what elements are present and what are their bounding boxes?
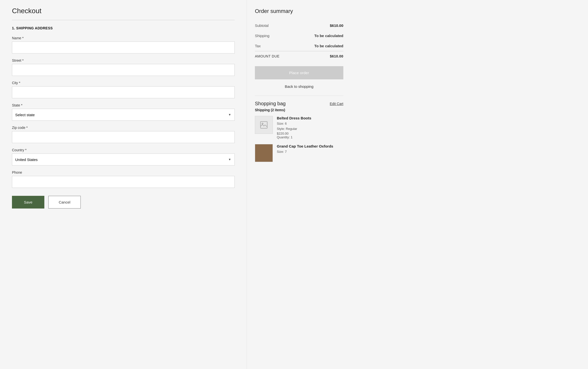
image-placeholder-icon bbox=[259, 120, 268, 129]
subtotal-value: $610.00 bbox=[330, 23, 343, 28]
phone-field-group: Phone bbox=[12, 170, 235, 188]
svg-rect-0 bbox=[261, 122, 267, 128]
country-select[interactable]: United States Canada United Kingdom Aust… bbox=[12, 154, 235, 165]
order-row-tax: Tax To be calculated bbox=[255, 41, 343, 51]
state-select[interactable]: Select state Alabama Alaska Arizona Cali… bbox=[12, 109, 235, 121]
save-button[interactable]: Save bbox=[12, 196, 44, 209]
zip-label: Zip code * bbox=[12, 126, 235, 130]
product-price-1: $220.00 bbox=[277, 132, 343, 135]
name-input[interactable] bbox=[12, 42, 235, 53]
street-field-group: Street * bbox=[12, 58, 235, 76]
header-divider bbox=[12, 20, 235, 20]
tax-value: To be calculated bbox=[314, 44, 343, 48]
sidebar-divider bbox=[255, 96, 343, 96]
product-size-1: Size: 6 bbox=[277, 121, 343, 126]
product-details-2: Grand Cap Toe Leather Oxfords Size: 7 bbox=[277, 144, 343, 162]
phone-input[interactable] bbox=[12, 176, 235, 188]
svg-point-1 bbox=[262, 123, 263, 124]
product-image-2 bbox=[255, 144, 273, 162]
tax-label: Tax bbox=[255, 44, 261, 48]
section-number: 1. bbox=[12, 26, 15, 30]
product-qty-1: Quantity: 1 bbox=[277, 135, 343, 139]
name-field-group: Name * bbox=[12, 36, 235, 53]
product-item-2: Grand Cap Toe Leather Oxfords Size: 7 bbox=[255, 144, 343, 162]
shopping-bag-title: Shopping bag bbox=[255, 101, 286, 106]
product-name-1: Belted Dress Boots bbox=[277, 116, 343, 120]
name-label: Name * bbox=[12, 36, 235, 40]
cancel-button[interactable]: Cancel bbox=[48, 196, 81, 209]
form-buttons: Save Cancel bbox=[12, 196, 235, 209]
state-field-group: State * Select state Alabama Alaska Ariz… bbox=[12, 103, 235, 121]
page-title: Checkout bbox=[12, 7, 235, 15]
country-select-wrapper: United States Canada United Kingdom Aust… bbox=[12, 154, 235, 165]
product-style-1: Style: Regular bbox=[277, 126, 343, 132]
amount-due-label: AMOUNT DUE bbox=[255, 54, 280, 58]
section-title: 1. SHIPPING ADDRESS bbox=[12, 26, 235, 30]
state-label: State * bbox=[12, 103, 235, 107]
phone-label: Phone bbox=[12, 170, 235, 174]
sidebar: Order summary Subtotal $610.00 Shipping … bbox=[247, 0, 351, 369]
city-input[interactable] bbox=[12, 86, 235, 98]
back-to-shopping-button[interactable]: Back to shopping bbox=[255, 82, 343, 91]
shipping-value: To be calculated bbox=[314, 34, 343, 38]
shipping-items-label: Shipping (2 items) bbox=[255, 108, 343, 112]
shopping-bag-header: Shopping bag Edit Cart bbox=[255, 101, 343, 106]
zip-input[interactable] bbox=[12, 131, 235, 143]
product-name-2: Grand Cap Toe Leather Oxfords bbox=[277, 144, 343, 148]
product-size-2: Size: 7 bbox=[277, 149, 343, 155]
city-field-group: City * bbox=[12, 81, 235, 98]
shipping-label: Shipping bbox=[255, 34, 269, 38]
product-details-1: Belted Dress Boots Size: 6 Style: Regula… bbox=[277, 116, 343, 139]
edit-cart-link[interactable]: Edit Cart bbox=[330, 102, 343, 106]
product-image-1 bbox=[255, 116, 273, 134]
order-row-subtotal: Subtotal $610.00 bbox=[255, 20, 343, 31]
order-row-shipping: Shipping To be calculated bbox=[255, 31, 343, 41]
place-order-button[interactable]: Place order bbox=[255, 66, 343, 79]
street-label: Street * bbox=[12, 58, 235, 62]
order-summary-title: Order summary bbox=[255, 8, 343, 14]
section-title-text: SHIPPING ADDRESS bbox=[16, 26, 53, 30]
street-input[interactable] bbox=[12, 64, 235, 76]
amount-due-value: $610.00 bbox=[330, 54, 343, 58]
order-row-total: AMOUNT DUE $610.00 bbox=[255, 51, 343, 61]
zip-field-group: Zip code * bbox=[12, 126, 235, 143]
country-field-group: Country * United States Canada United Ki… bbox=[12, 148, 235, 165]
country-label: Country * bbox=[12, 148, 235, 152]
city-label: City * bbox=[12, 81, 235, 85]
product-item-1: Belted Dress Boots Size: 6 Style: Regula… bbox=[255, 116, 343, 139]
state-select-wrapper: Select state Alabama Alaska Arizona Cali… bbox=[12, 109, 235, 121]
subtotal-label: Subtotal bbox=[255, 23, 269, 28]
